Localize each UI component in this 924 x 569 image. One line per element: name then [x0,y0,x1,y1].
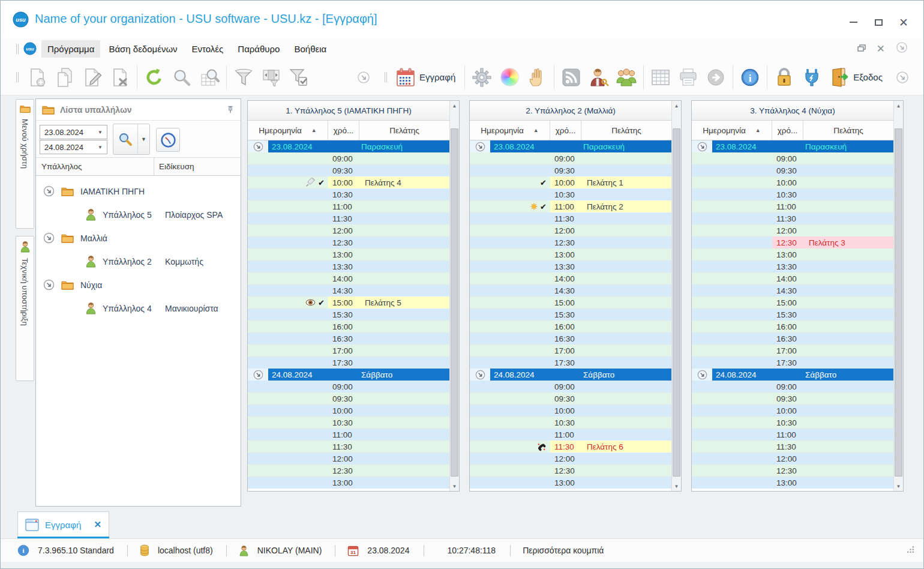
time-slot-row[interactable]: 10:00 [692,176,893,188]
time-slot-row[interactable]: 13:00 [248,477,449,489]
time-slot-row[interactable]: 10:30 [248,417,449,429]
menu-program[interactable]: Πρόγραμμα [41,40,100,58]
time-slot-row[interactable]: 11:30 [692,212,893,224]
date-from-input[interactable]: 23.08.2024▼ [40,125,107,139]
more-buttons-button[interactable]: Περισσότερα κουμπιά [523,546,604,555]
search-button[interactable] [168,64,196,91]
mdi-close-button[interactable]: ✕ [877,44,885,54]
pin-icon[interactable] [226,105,235,114]
time-slot-row[interactable]: 12:30 [692,465,893,477]
sidebar-tab-user-menu[interactable]: Μενού χρήστη [16,99,34,229]
go-next-button[interactable] [702,64,730,91]
refresh-button[interactable] [140,64,168,91]
time-slot-row[interactable]: 15:30 [692,309,893,321]
mdi-menu-chevron-icon[interactable] [896,41,908,56]
time-slot-row[interactable]: 13:00 [470,477,671,489]
time-slot-row[interactable]: 11:00 [248,429,449,441]
time-slot-row[interactable]: 09:00 [470,152,671,164]
time-slot-row[interactable]: 15:00 [470,297,671,309]
scroll-down-icon[interactable]: ▼ [894,481,903,491]
add-record-button[interactable] [23,64,51,91]
filter-button[interactable] [230,64,257,91]
tree-employee-row[interactable]: Υπάλληλος 5 Πλοίαρχος SPA [36,203,241,226]
search-options-chevron[interactable]: ▼ [137,124,149,154]
time-slot-row[interactable]: 09:00 [248,381,449,393]
filter-range-button[interactable] [257,64,285,91]
time-slot-row[interactable]: 17:00 [248,345,449,357]
column-header-date[interactable]: Ημερομηνία▲ [470,121,550,140]
time-slot-row[interactable]: 12:00 [248,224,449,236]
search-employees-button[interactable]: ▼ [113,124,150,155]
drag-mode-button[interactable] [523,64,551,91]
time-slot-row[interactable]: 11:30 [248,212,449,224]
column-header-specialty[interactable]: Ειδίκευση [154,158,241,175]
column-header-time[interactable]: χρό... [772,121,803,140]
time-slot-row[interactable]: 13:00 [692,248,893,260]
maximize-button[interactable] [871,16,886,28]
tree-employee-row[interactable]: Υπάλληλος 2 Κομμωτής [36,250,241,273]
time-slot-row[interactable]: 10:00 [470,405,671,417]
scroll-up-icon[interactable]: ▲ [672,101,681,110]
menu-database[interactable]: Βάση δεδομένων [103,40,183,58]
collapse-icon[interactable] [692,369,712,381]
time-slot-row[interactable]: 16:30 [692,333,893,345]
time-button[interactable] [156,128,180,152]
collapse-icon[interactable] [248,140,268,152]
time-slot-row[interactable]: 09:30 [470,393,671,405]
lock-button[interactable] [770,64,798,91]
toolbar-overflow-chevron[interactable] [350,64,377,91]
scrollbar-thumb[interactable] [895,128,902,477]
date-group-row[interactable]: 23.08.2024Παρασκευή [692,140,893,152]
time-slot-row[interactable]: 16:00 [248,321,449,333]
time-slot-row[interactable]: 12:00 [470,224,671,236]
toolbar-grip[interactable] [16,44,19,54]
tab-record[interactable]: Εγγραφή ✕ [17,511,109,537]
time-slot-row[interactable]: ✔15:00Πελάτης 5 [248,297,449,309]
time-slot-row[interactable]: 11:00 [470,429,671,441]
tab-close-icon[interactable]: ✕ [94,519,101,530]
time-slot-row[interactable]: 17:30 [692,357,893,369]
scrollbar[interactable]: ▲ ▼ [449,101,459,491]
time-slot-row[interactable]: 14:30 [248,284,449,297]
scrollbar-thumb[interactable] [673,128,680,477]
time-slot-row[interactable]: 13:30 [470,260,671,272]
time-slot-row[interactable]: 17:00 [470,345,671,357]
exit-button-label[interactable]: Εξοδος [853,72,883,82]
settings-button[interactable] [468,64,496,91]
scrollbar[interactable]: ▲ ▼ [671,101,681,491]
collapse-icon[interactable] [470,140,490,152]
time-slot-row[interactable]: 10:30 [692,417,893,429]
news-feed-button[interactable] [557,64,585,91]
column-header-employee[interactable]: Υπάλληλος [36,158,154,175]
column-header-date[interactable]: Ημερομηνία▲ [692,121,772,140]
toolbar-grip[interactable] [16,72,19,82]
table-view-button[interactable] [647,64,674,91]
time-slot-row[interactable]: 09:00 [692,152,893,164]
user-access-button[interactable] [585,64,613,91]
column-header-client[interactable]: Πελάτης [581,121,671,140]
time-slot-row[interactable]: 12:00 [470,453,671,465]
time-slot-row[interactable]: ✔10:00Πελάτης 4 [248,176,449,188]
tree-group-row[interactable]: Μαλλιά [36,226,241,250]
exit-button[interactable] [826,64,853,91]
tree-group-row[interactable]: ΙΑΜΑΤΙΚΗ ΠΗΓΗ [36,179,241,203]
time-slot-row[interactable]: 09:00 [470,381,671,393]
scroll-up-icon[interactable]: ▲ [450,101,459,110]
time-slot-row[interactable]: ✔11:00Πελάτης 2 [470,200,671,212]
time-slot-row[interactable]: 12:30 [470,465,671,477]
time-slot-row[interactable]: ✔10:00Πελάτης 1 [470,176,671,188]
time-slot-row[interactable]: 12:30 [248,465,449,477]
time-slot-row[interactable]: 12:30 [470,236,671,248]
time-slot-row[interactable]: 16:30 [248,333,449,345]
scrollbar[interactable]: ▲ ▼ [893,101,903,491]
time-slot-row[interactable]: 09:00 [692,381,893,393]
time-slot-row[interactable]: 10:00 [692,405,893,417]
date-group-row[interactable]: 23.08.2024Παρασκευή [470,140,671,152]
chevron-down-icon[interactable]: ▼ [98,145,103,150]
copy-record-button[interactable] [51,64,79,91]
time-slot-row[interactable]: 10:30 [470,188,671,200]
time-slot-row[interactable]: 14:00 [470,272,671,284]
time-slot-row[interactable]: 12:00 [692,224,893,236]
mdi-restore-button[interactable] [857,43,866,54]
record-button[interactable] [392,64,419,91]
